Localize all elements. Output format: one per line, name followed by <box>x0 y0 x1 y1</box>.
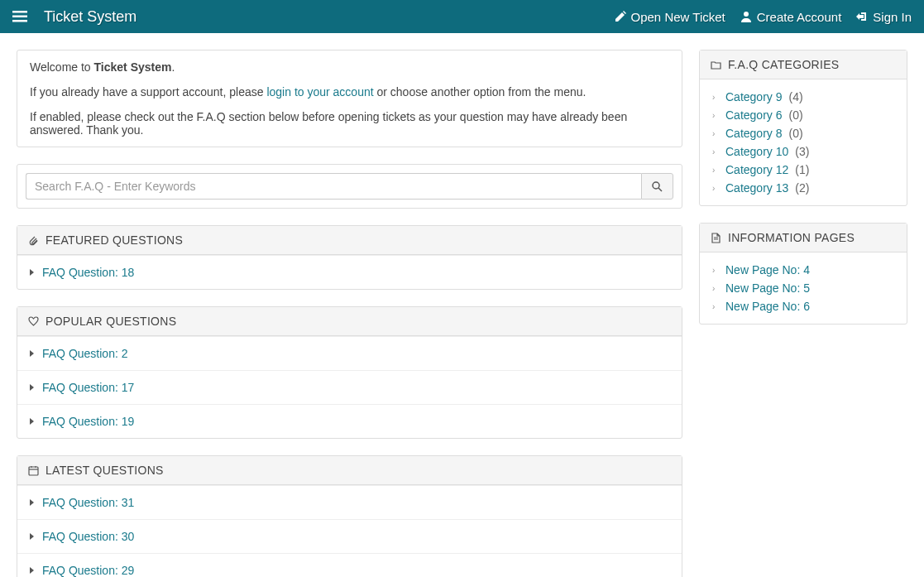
category-link[interactable]: Category 10 <box>725 145 788 158</box>
search-button[interactable] <box>641 173 673 200</box>
caret-right-icon <box>30 269 34 276</box>
caret-right-icon <box>30 350 34 357</box>
search-panel <box>17 164 682 209</box>
navbar-right: Open New Ticket Create Account Sign In <box>615 10 912 24</box>
category-link[interactable]: Category 9 <box>725 90 782 103</box>
heart-icon <box>28 316 39 327</box>
panel-heading: LATEST QUESTIONS <box>17 456 682 485</box>
svg-point-4 <box>653 182 659 189</box>
nav-label: Sign In <box>873 10 912 24</box>
page-item: › New Page No: 4 <box>712 261 894 279</box>
menu-icon[interactable] <box>12 11 27 22</box>
category-link[interactable]: Category 12 <box>725 163 788 176</box>
category-count: (3) <box>795 145 809 158</box>
main-container: Welcome to Ticket System. If you already… <box>0 33 924 577</box>
chevron-right-icon: › <box>712 129 719 138</box>
faq-link[interactable]: FAQ Question: 31 <box>42 496 134 509</box>
caret-right-icon <box>30 384 34 391</box>
svg-rect-0 <box>12 11 27 13</box>
faq-link[interactable]: FAQ Question: 2 <box>42 347 128 360</box>
open-new-ticket-link[interactable]: Open New Ticket <box>615 10 725 24</box>
panel-heading: FEATURED QUESTIONS <box>17 226 682 255</box>
faq-link[interactable]: FAQ Question: 19 <box>42 415 134 428</box>
main-column: Welcome to Ticket System. If you already… <box>17 50 682 577</box>
svg-rect-1 <box>12 16 27 18</box>
welcome-line-2: If you already have a support account, p… <box>30 85 669 99</box>
section-title: FEATURED QUESTIONS <box>45 233 183 247</box>
faq-list-item[interactable]: FAQ Question: 29 <box>17 553 682 577</box>
section-title: F.A.Q CATEGORIES <box>728 58 839 71</box>
section-title: INFORMATION PAGES <box>728 231 855 244</box>
create-account-link[interactable]: Create Account <box>740 10 842 24</box>
panel-heading: INFORMATION PAGES <box>700 224 907 252</box>
latest-questions-panel: LATEST QUESTIONS FAQ Question: 31FAQ Que… <box>17 455 682 577</box>
page-item: › New Page No: 6 <box>712 297 894 315</box>
page-link[interactable]: New Page No: 6 <box>725 300 810 313</box>
chevron-right-icon: › <box>712 284 719 293</box>
faq-link[interactable]: FAQ Question: 29 <box>42 564 134 577</box>
category-link[interactable]: Category 8 <box>725 127 782 140</box>
faq-categories-panel: F.A.Q CATEGORIES › Category 9 (4)› Categ… <box>699 50 907 206</box>
faq-list-item[interactable]: FAQ Question: 30 <box>17 519 682 553</box>
faq-list-item[interactable]: FAQ Question: 17 <box>17 370 682 404</box>
svg-rect-2 <box>12 20 27 22</box>
faq-link[interactable]: FAQ Question: 18 <box>42 266 134 279</box>
nav-label: Create Account <box>757 10 842 24</box>
category-item: › Category 10 (3) <box>712 142 894 161</box>
search-icon <box>652 181 663 192</box>
faq-list-item[interactable]: FAQ Question: 19 <box>17 404 682 438</box>
category-item: › Category 13 (2) <box>712 179 894 197</box>
faq-list-item[interactable]: FAQ Question: 31 <box>17 485 682 519</box>
section-title: LATEST QUESTIONS <box>45 464 164 477</box>
navbar-left: Ticket System <box>12 8 136 26</box>
search-input[interactable] <box>26 173 641 200</box>
page-link[interactable]: New Page No: 4 <box>725 263 810 276</box>
svg-rect-6 <box>29 467 38 475</box>
chevron-right-icon: › <box>712 111 719 120</box>
page-link[interactable]: New Page No: 5 <box>725 281 810 295</box>
welcome-panel: Welcome to Ticket System. If you already… <box>17 50 682 147</box>
faq-list-item[interactable]: FAQ Question: 2 <box>17 336 682 370</box>
nav-label: Open New Ticket <box>631 10 725 24</box>
chevron-right-icon: › <box>712 93 719 102</box>
section-title: POPULAR QUESTIONS <box>45 315 176 328</box>
popular-questions-panel: POPULAR QUESTIONS FAQ Question: 2FAQ Que… <box>17 306 682 439</box>
paperclip-icon <box>28 235 39 246</box>
category-link[interactable]: Category 13 <box>725 181 788 195</box>
brand-title[interactable]: Ticket System <box>44 8 136 26</box>
calendar-icon <box>28 465 39 476</box>
category-item: › Category 6 (0) <box>712 106 894 124</box>
caret-right-icon <box>30 533 34 540</box>
information-pages-panel: INFORMATION PAGES › New Page No: 4› New … <box>699 223 907 325</box>
chevron-right-icon: › <box>712 166 719 175</box>
file-icon <box>711 233 721 243</box>
panel-heading: POPULAR QUESTIONS <box>17 307 682 336</box>
caret-right-icon <box>30 418 34 425</box>
chevron-right-icon: › <box>712 302 719 311</box>
panel-heading: F.A.Q CATEGORIES <box>700 50 907 79</box>
faq-list-item[interactable]: FAQ Question: 18 <box>17 255 682 289</box>
welcome-line-1: Welcome to Ticket System. <box>30 60 669 74</box>
chevron-right-icon: › <box>712 147 719 156</box>
pencil-icon <box>615 11 626 22</box>
sign-in-link[interactable]: Sign In <box>856 10 912 24</box>
category-item: › Category 12 (1) <box>712 161 894 179</box>
faq-link[interactable]: FAQ Question: 17 <box>42 381 134 394</box>
category-link[interactable]: Category 6 <box>725 108 782 122</box>
svg-line-5 <box>658 188 662 191</box>
category-count: (4) <box>788 90 802 103</box>
category-count: (1) <box>795 163 809 176</box>
caret-right-icon <box>30 499 34 506</box>
chevron-right-icon: › <box>712 184 719 193</box>
sign-in-icon <box>856 11 868 22</box>
category-count: (0) <box>788 108 802 122</box>
faq-link[interactable]: FAQ Question: 30 <box>42 530 134 543</box>
welcome-line-3: If enabled, please check out the F.A.Q s… <box>30 110 669 137</box>
caret-right-icon <box>30 567 34 574</box>
page-item: › New Page No: 5 <box>712 279 894 297</box>
category-count: (0) <box>788 127 802 140</box>
category-item: › Category 8 (0) <box>712 124 894 142</box>
user-icon <box>740 11 752 22</box>
login-link[interactable]: login to your account <box>266 85 373 99</box>
folder-icon <box>711 60 721 70</box>
